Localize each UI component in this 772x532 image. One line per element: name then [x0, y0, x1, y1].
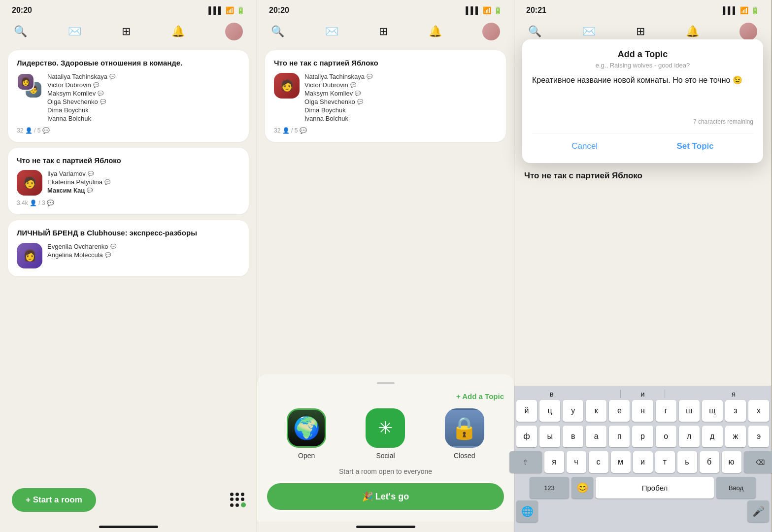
dot-6 [241, 498, 244, 501]
key-й[interactable]: й [516, 400, 537, 422]
screen-1: 20:20 ▌▌▌ 📶 🔋 🔍 ✉️ ⊞ 🔔 Лидерство. Здоров… [0, 0, 257, 532]
room-title-2: Что не так с партией Яблоко [17, 156, 240, 166]
dialog-title: Add a Topic [532, 49, 753, 60]
room-card-1[interactable]: Лидерство. Здоровые отношения в команде.… [8, 50, 249, 142]
shift-key[interactable]: ⇧ [509, 451, 542, 473]
key-ы[interactable]: ы [539, 426, 560, 447]
bell-icon-2[interactable]: 🔔 [429, 25, 442, 38]
avatar[interactable] [225, 23, 243, 40]
avatar-group-1: 👩 👨 [17, 73, 42, 99]
dot-1 [230, 493, 234, 496]
key-к[interactable]: к [586, 400, 606, 422]
room-title-3: ЛИЧНЫЙ БРЕНД в Clubhouse: экспресс-разбо… [17, 228, 240, 238]
key-х[interactable]: х [748, 400, 769, 422]
backspace-key[interactable]: ⌫ [744, 451, 772, 473]
speaker-avatar-3: 🧑 [17, 170, 42, 196]
key-н[interactable]: н [632, 400, 653, 422]
lets-go-button[interactable]: 🎉 Let's go [267, 483, 504, 510]
grid-icon[interactable]: ⊞ [122, 25, 131, 38]
dot-7 [230, 503, 234, 507]
key-и[interactable]: и [633, 451, 653, 473]
key-ч[interactable]: ч [567, 451, 586, 473]
key-а[interactable]: а [586, 426, 606, 447]
mail-icon[interactable]: ✉️ [68, 25, 81, 38]
key-row-3: ф ы в а п р о л д ж э [516, 426, 769, 447]
speaker-3: Maksym Komliev 💬 [47, 90, 240, 97]
status-bar-2: 20:20 ▌▌▌ 📶 🔋 [257, 0, 514, 19]
key-ц[interactable]: ц [539, 400, 560, 422]
room-card-2[interactable]: Что не так с партией Яблоко 🧑 Ilya Varla… [8, 148, 249, 215]
globe-key[interactable]: 🌐 [516, 500, 538, 522]
key-п[interactable]: п [609, 426, 630, 447]
key-ж[interactable]: ж [725, 426, 746, 447]
numbers-key[interactable]: 123 [530, 477, 569, 499]
cancel-button[interactable]: Cancel [562, 139, 607, 153]
room-card-partial[interactable]: Что не так с партией Яблоко 🧑 Nataliya T… [265, 50, 506, 142]
dots-menu[interactable] [230, 493, 245, 507]
key-с[interactable]: с [589, 451, 608, 473]
key-у[interactable]: у [563, 400, 583, 422]
dot-8 [235, 503, 239, 507]
grid-icon-2[interactable]: ⊞ [379, 25, 388, 38]
room-type-open[interactable]: 🌍 Open [287, 408, 326, 460]
dialog-input[interactable]: Креативное название новой комнаты. Но эт… [532, 75, 753, 114]
set-topic-button[interactable]: Set Topic [667, 139, 724, 153]
battery-icon: 🔋 [236, 6, 245, 14]
room-type-options: 🌍 Open ✳ Social 🔒 Closed [267, 408, 504, 460]
speaker-1: Nataliya Tachinskaya 💬 [47, 73, 240, 80]
key-я[interactable]: я [544, 451, 564, 473]
key-л[interactable]: л [679, 426, 700, 447]
status-icons-1: ▌▌▌ 📶 🔋 [208, 6, 245, 14]
key-ю[interactable]: ю [722, 451, 741, 473]
start-room-button[interactable]: + Start a room [12, 488, 96, 512]
key-row-6: 🌐 🎤 [516, 500, 769, 522]
room-type-closed[interactable]: 🔒 Closed [445, 408, 484, 460]
key-м[interactable]: м [611, 451, 631, 473]
key-row-4: ⇧ я ч с м и т ь б ю ⌫ [516, 451, 769, 473]
suggest-1[interactable]: в [550, 390, 554, 398]
avatar-2[interactable] [482, 23, 500, 40]
search-icon-2[interactable]: 🔍 [271, 25, 284, 38]
key-е[interactable]: е [609, 400, 630, 422]
key-ф[interactable]: ф [516, 426, 537, 447]
key-з[interactable]: з [725, 400, 746, 422]
key-row-5: 123 😊 Пробел Ввод [516, 477, 769, 499]
enter-key[interactable]: Ввод [716, 477, 756, 499]
key-д[interactable]: д [702, 426, 723, 447]
emoji-key[interactable]: 😊 [571, 477, 593, 499]
dot-4 [230, 498, 234, 501]
room-card-3[interactable]: ЛИЧНЫЙ БРЕНД в Clubhouse: экспресс-разбо… [8, 220, 249, 276]
key-г[interactable]: г [656, 400, 676, 422]
speaker-5: Dima Boychuk [47, 106, 240, 114]
room-type-social[interactable]: ✳ Social [366, 408, 405, 460]
key-в[interactable]: в [563, 426, 583, 447]
mail-icon-2[interactable]: ✉️ [325, 25, 338, 38]
key-э[interactable]: э [748, 426, 769, 447]
key-о[interactable]: о [656, 426, 676, 447]
speaker-avatar-1: 👩 [17, 73, 34, 91]
key-б[interactable]: б [700, 451, 719, 473]
key-ш[interactable]: ш [679, 400, 700, 422]
room-names-2: Ilya Varlamov 💬 Ekaterina Patyulina 💬 Ма… [47, 170, 240, 196]
social-room-icon: ✳ [366, 408, 405, 448]
time-1: 20:20 [12, 6, 32, 15]
space-key[interactable]: Пробел [596, 477, 714, 499]
bell-icon[interactable]: 🔔 [171, 25, 185, 38]
suggest-2[interactable]: и [620, 390, 665, 398]
dot-green [241, 502, 246, 507]
speaker-10: Evgeniia Ovcharenko 💬 [47, 243, 240, 250]
key-ь[interactable]: ь [677, 451, 697, 473]
speaker-9: Максим Кац 💬 [47, 187, 240, 194]
search-icon[interactable]: 🔍 [14, 25, 27, 38]
speaker-7: Ilya Varlamov 💬 [47, 170, 240, 177]
key-т[interactable]: т [655, 451, 675, 473]
mic-key[interactable]: 🎤 [747, 500, 769, 522]
suggest-3[interactable]: я [732, 390, 736, 398]
key-щ[interactable]: щ [702, 400, 723, 422]
key-р[interactable]: р [632, 426, 653, 447]
add-topic-button[interactable]: + Add a Topic [267, 392, 504, 400]
status-icons-2: ▌▌▌ 📶 🔋 [466, 6, 502, 14]
dialog-actions: Cancel Set Topic [532, 133, 753, 153]
screen-3: 20:21 ▌▌▌ 📶 🔋 🔍 ✉️ ⊞ 🔔 Лико Add a Topic … [514, 0, 772, 532]
speaker-s2-6: Ivanna Boichuk [304, 115, 497, 122]
